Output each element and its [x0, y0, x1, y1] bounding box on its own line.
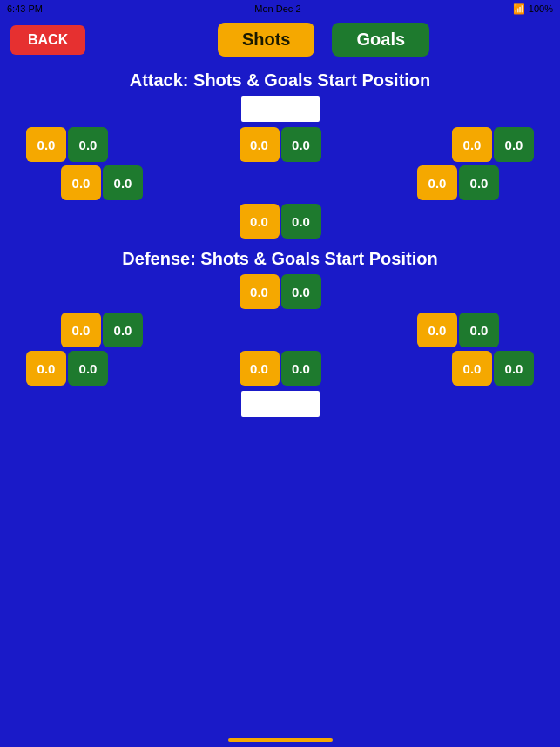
defense-section: Defense: Shots & Goals Start Position 0.… — [0, 249, 560, 417]
defense-row-1: 0.0 0.0 — [9, 274, 551, 309]
attack-section: Attack: Shots & Goals Start Position 0.0… — [0, 71, 560, 239]
attack-title: Attack: Shots & Goals Start Position — [9, 71, 551, 91]
back-button[interactable]: BACK — [10, 25, 85, 55]
defense-row1-center: 0.0 0.0 — [240, 274, 321, 309]
attack-row2-right: 0.0 0.0 — [417, 165, 499, 200]
attack-row-3: 0.0 0.0 — [9, 204, 551, 239]
stat-box[interactable]: 0.0 — [459, 165, 499, 200]
defense-row-3: 0.0 0.0 0.0 0.0 0.0 0.0 — [9, 351, 551, 386]
attack-row3-center: 0.0 0.0 — [240, 204, 321, 239]
status-date: Mon Dec 2 — [254, 3, 300, 14]
attack-row2-left: 0.0 0.0 — [61, 165, 143, 200]
stat-box[interactable]: 0.0 — [459, 313, 499, 347]
stat-box[interactable]: 0.0 — [281, 204, 321, 239]
defense-row2-left: 0.0 0.0 — [61, 313, 143, 347]
stat-box[interactable]: 0.0 — [417, 165, 457, 200]
stat-box[interactable]: 0.0 — [240, 274, 280, 309]
defense-goal-box — [241, 391, 320, 417]
battery-label: 100% — [529, 3, 553, 14]
attack-row1-right: 0.0 0.0 — [452, 127, 534, 162]
stat-box[interactable]: 0.0 — [26, 351, 66, 386]
stat-box[interactable]: 0.0 — [103, 313, 143, 347]
status-right: 📶 100% — [513, 3, 553, 15]
stat-box[interactable]: 0.0 — [61, 165, 101, 200]
attack-row-1: 0.0 0.0 0.0 0.0 0.0 0.0 — [9, 127, 551, 162]
defense-row2-right: 0.0 0.0 — [417, 313, 499, 347]
stat-box[interactable]: 0.0 — [240, 127, 280, 162]
defense-row-2: 0.0 0.0 0.0 0.0 — [9, 313, 551, 347]
defense-title: Defense: Shots & Goals Start Position — [9, 249, 551, 269]
stat-box[interactable]: 0.0 — [281, 351, 321, 386]
stat-box[interactable]: 0.0 — [26, 127, 66, 162]
stat-box[interactable]: 0.0 — [417, 313, 457, 347]
stat-box[interactable]: 0.0 — [68, 351, 108, 386]
status-bar: 6:43 PM Mon Dec 2 📶 100% — [0, 0, 560, 17]
stat-box[interactable]: 0.0 — [452, 351, 492, 386]
stat-box[interactable]: 0.0 — [68, 127, 108, 162]
stat-box[interactable]: 0.0 — [281, 274, 321, 309]
attack-row1-left: 0.0 0.0 — [26, 127, 108, 162]
defense-row3-center: 0.0 0.0 — [240, 351, 321, 386]
stat-box[interactable]: 0.0 — [240, 351, 280, 386]
stat-box[interactable]: 0.0 — [281, 127, 321, 162]
attack-goal-box — [241, 96, 320, 122]
stat-box[interactable]: 0.0 — [103, 165, 143, 200]
scroll-indicator — [228, 738, 333, 742]
stat-box[interactable]: 0.0 — [452, 127, 492, 162]
wifi-icon: 📶 — [513, 3, 525, 15]
attack-row-2: 0.0 0.0 0.0 0.0 — [9, 165, 551, 200]
defense-row3-left: 0.0 0.0 — [26, 351, 108, 386]
header: BACK Shots Goals — [0, 17, 560, 62]
tab-shots[interactable]: Shots — [218, 23, 315, 57]
stat-box[interactable]: 0.0 — [61, 313, 101, 347]
stat-box[interactable]: 0.0 — [494, 127, 534, 162]
stat-box[interactable]: 0.0 — [240, 204, 280, 239]
status-time: 6:43 PM — [7, 3, 43, 14]
attack-row1-center: 0.0 0.0 — [240, 127, 321, 162]
defense-row3-right: 0.0 0.0 — [452, 351, 534, 386]
stat-box[interactable]: 0.0 — [494, 351, 534, 386]
tab-goals[interactable]: Goals — [332, 23, 429, 57]
